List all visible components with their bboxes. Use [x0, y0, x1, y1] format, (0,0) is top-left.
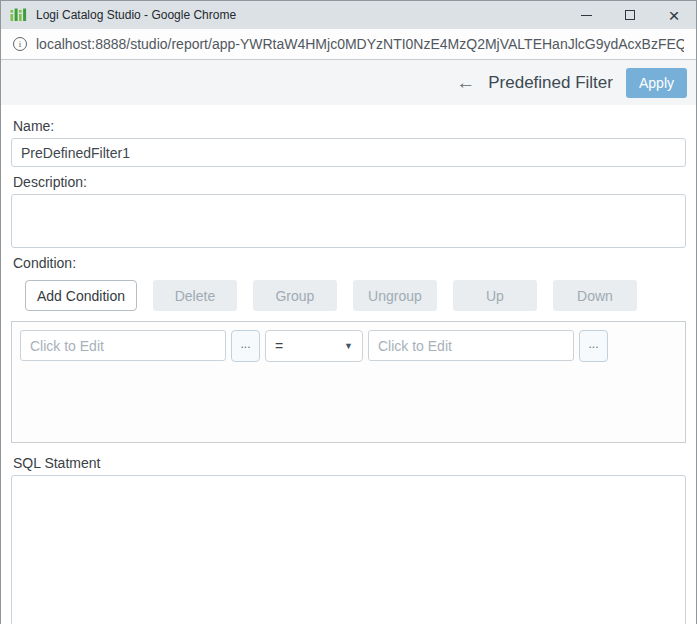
condition-left-picker-button[interactable]: ... — [231, 330, 260, 362]
apply-button[interactable]: Apply — [626, 68, 687, 98]
sql-statement-label: SQL Statment — [13, 455, 686, 471]
delete-button[interactable]: Delete — [153, 280, 237, 311]
name-input[interactable] — [11, 138, 686, 167]
name-label: Name: — [13, 118, 686, 134]
condition-toolbar: Add Condition Delete Group Ungroup Up Do… — [25, 280, 686, 311]
down-button[interactable]: Down — [553, 280, 637, 311]
condition-left-input[interactable] — [20, 330, 226, 361]
maximize-icon[interactable] — [608, 1, 652, 29]
page-title: Predefined Filter — [488, 73, 613, 93]
page-info-icon[interactable]: i — [13, 37, 27, 51]
minimize-icon[interactable] — [564, 1, 608, 29]
description-textarea[interactable] — [11, 194, 686, 248]
add-condition-button[interactable]: Add Condition — [25, 280, 137, 311]
window-controls: × — [564, 1, 696, 29]
close-icon[interactable]: × — [652, 1, 696, 29]
condition-label: Condition: — [13, 255, 686, 271]
window-titlebar: Logi Catalog Studio - Google Chrome × — [1, 1, 696, 29]
operator-value: = — [275, 338, 283, 354]
app-logo-icon — [10, 7, 28, 23]
ungroup-button[interactable]: Ungroup — [353, 280, 437, 311]
sql-statement-textarea[interactable] — [11, 475, 686, 624]
operator-select[interactable]: = ▼ — [265, 330, 363, 362]
condition-right-input[interactable] — [368, 330, 574, 361]
condition-editor: ... = ▼ ... — [11, 321, 686, 443]
page-header: ← Predefined Filter Apply — [1, 60, 696, 105]
address-bar: i localhost:8888/studio/report/app-YWRta… — [1, 29, 696, 60]
caret-down-icon: ▼ — [344, 341, 353, 351]
browser-window: Logi Catalog Studio - Google Chrome × i … — [0, 0, 697, 624]
url-text[interactable]: localhost:8888/studio/report/app-YWRtaW4… — [36, 36, 684, 52]
condition-right-picker-button[interactable]: ... — [579, 330, 608, 362]
group-button[interactable]: Group — [253, 280, 337, 311]
back-arrow-icon[interactable]: ← — [456, 73, 475, 92]
window-title: Logi Catalog Studio - Google Chrome — [36, 8, 564, 22]
filter-form: Name: Description: Condition: Add Condit… — [1, 105, 696, 624]
description-label: Description: — [13, 174, 686, 190]
up-button[interactable]: Up — [453, 280, 537, 311]
